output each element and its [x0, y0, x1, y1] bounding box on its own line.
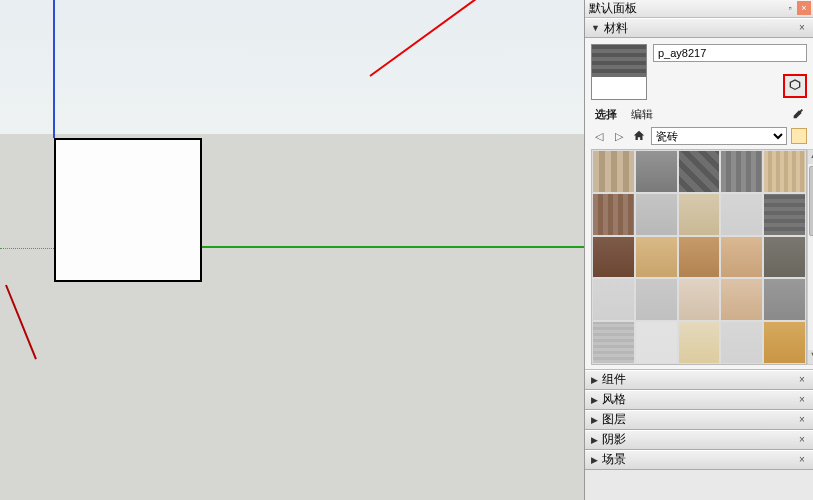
thumbnail-scrollbar[interactable]: ▲ ▼: [807, 149, 813, 365]
expand-triangle-icon: ▶: [591, 375, 598, 385]
current-material-swatch[interactable]: [591, 44, 647, 100]
default-tray: 默认面板 ▫ × ▼ 材料 × p_ay8217: [584, 0, 813, 500]
section-head-collapsed[interactable]: ▶阴影×: [585, 430, 813, 450]
tab-edit[interactable]: 编辑: [629, 106, 655, 123]
material-thumb[interactable]: [678, 321, 721, 364]
material-thumb[interactable]: [635, 193, 678, 236]
nav-forward-button[interactable]: ▷: [611, 128, 627, 144]
library-select[interactable]: 瓷砖: [651, 127, 787, 145]
material-thumb[interactable]: [763, 150, 806, 193]
material-thumb[interactable]: [763, 321, 806, 364]
material-thumb[interactable]: [635, 236, 678, 279]
expand-triangle-icon: ▶: [591, 415, 598, 425]
swatch-preview-bottom: [592, 77, 646, 99]
section-label: 风格: [602, 391, 626, 408]
pin-icon[interactable]: ▫: [783, 1, 797, 15]
section-close-button[interactable]: ×: [795, 413, 809, 427]
material-thumb[interactable]: [635, 321, 678, 364]
sky-background: [0, 0, 584, 134]
material-thumb[interactable]: [720, 150, 763, 193]
eyedropper-icon[interactable]: [789, 107, 805, 123]
axis-blue: [53, 0, 55, 138]
material-thumb[interactable]: [720, 278, 763, 321]
expand-triangle-icon: ▶: [591, 435, 598, 445]
material-thumb[interactable]: [592, 278, 635, 321]
scroll-track[interactable]: [808, 164, 813, 350]
materials-body: p_ay8217 选择 编辑 ◁ ▷ 瓷砖: [585, 38, 813, 370]
scroll-thumb[interactable]: [809, 166, 813, 236]
section-label: 场景: [602, 451, 626, 468]
tray-title: 默认面板: [589, 0, 637, 17]
material-thumbnail-grid: [591, 149, 807, 365]
materials-tabs: 选择 编辑: [591, 106, 807, 123]
scroll-down-icon[interactable]: ▼: [808, 350, 813, 364]
tray-title-bar[interactable]: 默认面板 ▫ ×: [585, 0, 813, 18]
material-thumb[interactable]: [763, 193, 806, 236]
material-thumb[interactable]: [592, 236, 635, 279]
material-thumb[interactable]: [592, 193, 635, 236]
collapsed-sections: ▶组件×▶风格×▶图层×▶阴影×▶场景×: [585, 370, 813, 470]
material-thumb[interactable]: [635, 278, 678, 321]
material-thumb[interactable]: [592, 150, 635, 193]
material-thumb[interactable]: [678, 150, 721, 193]
section-label: 材料: [604, 20, 628, 37]
close-tray-button[interactable]: ×: [797, 1, 811, 15]
section-label: 图层: [602, 411, 626, 428]
material-thumb[interactable]: [678, 193, 721, 236]
home-icon: [632, 129, 646, 143]
section-head-collapsed[interactable]: ▶场景×: [585, 450, 813, 470]
section-label: 组件: [602, 371, 626, 388]
expand-triangle-icon: ▶: [591, 455, 598, 465]
viewport-3d[interactable]: [0, 0, 584, 500]
scroll-up-icon[interactable]: ▲: [808, 150, 813, 164]
expand-triangle-icon: ▶: [591, 395, 598, 405]
section-head-collapsed[interactable]: ▶风格×: [585, 390, 813, 410]
material-thumb[interactable]: [720, 236, 763, 279]
section-close-button[interactable]: ×: [795, 373, 809, 387]
material-thumb[interactable]: [678, 278, 721, 321]
model-face[interactable]: [54, 138, 202, 282]
material-name-input[interactable]: p_ay8217: [653, 44, 807, 62]
section-label: 阴影: [602, 431, 626, 448]
axis-green: [200, 246, 584, 248]
swatch-preview-top: [592, 45, 646, 77]
collapse-triangle-icon: ▼: [591, 23, 600, 33]
material-thumb[interactable]: [678, 236, 721, 279]
cube-plus-icon: [787, 78, 803, 94]
create-material-button[interactable]: [783, 74, 807, 98]
tab-select[interactable]: 选择: [593, 106, 619, 123]
section-head-collapsed[interactable]: ▶组件×: [585, 370, 813, 390]
material-thumb[interactable]: [763, 236, 806, 279]
material-thumb[interactable]: [720, 321, 763, 364]
section-close-button[interactable]: ×: [795, 453, 809, 467]
section-head-collapsed[interactable]: ▶图层×: [585, 410, 813, 430]
library-details-button[interactable]: [791, 128, 807, 144]
material-thumb[interactable]: [592, 321, 635, 364]
material-thumb[interactable]: [763, 278, 806, 321]
section-close-button[interactable]: ×: [795, 393, 809, 407]
nav-back-button[interactable]: ◁: [591, 128, 607, 144]
material-thumb[interactable]: [720, 193, 763, 236]
section-close-button[interactable]: ×: [795, 433, 809, 447]
material-thumb[interactable]: [635, 150, 678, 193]
section-head-materials[interactable]: ▼ 材料 ×: [585, 18, 813, 38]
library-nav: ◁ ▷ 瓷砖: [591, 127, 807, 145]
section-close-button[interactable]: ×: [795, 21, 809, 35]
nav-home-button[interactable]: [631, 128, 647, 144]
